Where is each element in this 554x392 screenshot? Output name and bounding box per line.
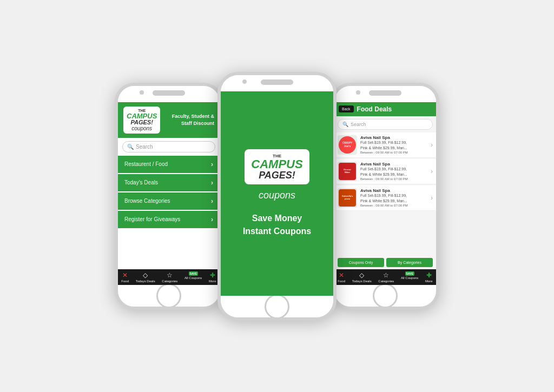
by-categories-button[interactable]: By Categories [386, 258, 433, 267]
deal-desc-3: Full Set-$19.99, Fill-$12.99,Pink & Whit… [360, 193, 427, 203]
phone-left: The CAMPUS PAGES! coupons Faculty, Stude… [115, 83, 223, 310]
phone-right-screen: Back Food Deals 🔍 Search CRISPYJoe's [334, 102, 436, 285]
crispy-joes-logo: CRISPYJoe's [339, 136, 356, 154]
left-logo-box: The CAMPUS PAGES! coupons [123, 107, 160, 134]
deal-name-3: Aviva Nail Spa [360, 188, 427, 193]
star-icon: ☆ [383, 271, 389, 279]
deal-desc-1: Full Set-$19.99, Fill-$12.99,Pink & Whit… [360, 140, 427, 150]
right-header: Back Food Deals [334, 102, 436, 116]
coupons-only-button[interactable]: Coupons Only [338, 258, 384, 267]
right-footer-buttons: Coupons Only By Categories [334, 256, 436, 269]
left-search-placeholder: Search [136, 144, 153, 150]
back-button[interactable]: Back [339, 105, 354, 112]
center-logo-pages: PAGES! [259, 170, 295, 180]
deal-desc-2: Full Set-$19.99, Fill-$12.99,Pink & Whit… [360, 167, 427, 176]
logo-pages: PAGES! [130, 119, 153, 125]
nav-todays-deals[interactable]: ◇ Todays Deals [136, 271, 155, 283]
deal-logo-3: Gabriella'spizza [338, 188, 357, 208]
phone-right-bottom [334, 285, 436, 307]
phone-left-screen: The CAMPUS PAGES! coupons Faculty, Stude… [118, 102, 220, 285]
logo-campus: CAMPUS [127, 112, 157, 119]
right-nav-categories[interactable]: ☆ Categories [378, 271, 394, 283]
phone-center-top [221, 75, 333, 91]
logo-coupons: coupons [131, 125, 152, 131]
right-search-placeholder: Search [351, 122, 366, 127]
save-icon: SAVE [189, 271, 198, 276]
right-nav-more[interactable]: ✚ More [425, 271, 433, 283]
plus-icon: ✚ [210, 271, 215, 279]
phone-left-top [118, 86, 220, 102]
deal-chevron-3: › [431, 194, 433, 202]
nav-categories[interactable]: ☆ Categories [162, 271, 177, 283]
deals-list: CRISPYJoe's Aviva Nail Spa Full Set-$19.… [334, 132, 436, 256]
deal-info-2: Aviva Nail Spa Full Set-$19.99, Fill-$12… [360, 162, 427, 180]
deal-hours-2: Between : 09:00 AM to 07:00 PM [360, 177, 427, 181]
plus-icon: ✚ [426, 271, 432, 279]
deal-logo-1: CRISPYJoe's [338, 135, 357, 155]
center-tagline: Save Money Instant Coupons [243, 212, 311, 238]
menu-item-register[interactable]: Register for Giveaways › [118, 211, 220, 228]
left-bottom-nav: ✕ Food ◇ Todays Deals ☆ Categories SAVE … [118, 269, 220, 285]
deal-chevron-1: › [431, 141, 433, 149]
deal-logo-2: KirmiziBiber [338, 162, 357, 181]
left-header: The CAMPUS PAGES! coupons Faculty, Stude… [118, 102, 220, 138]
chevron-icon: › [211, 161, 213, 168]
nav-more[interactable]: ✚ More [209, 271, 216, 283]
deal-item-1[interactable]: CRISPYJoe's Aviva Nail Spa Full Set-$19.… [334, 132, 436, 158]
menu-items: Restaurent / Food › Today's Deals › Brow… [118, 156, 220, 269]
search-icon: 🔍 [342, 122, 348, 127]
deal-info-3: Aviva Nail Spa Full Set-$19.99, Fill-$12… [360, 188, 427, 207]
phone-right: Back Food Deals 🔍 Search CRISPYJoe's [331, 83, 439, 310]
phone-right-top [334, 86, 436, 102]
save-icon: SAVE [405, 271, 414, 276]
left-search-bar[interactable]: 🔍 Search [122, 141, 215, 152]
deal-name-2: Aviva Nail Spa [360, 162, 427, 167]
center-logo-box: The CAMPUS PAGES! [245, 149, 309, 184]
right-nav-food[interactable]: ✕ Food [338, 271, 345, 283]
chevron-icon: › [211, 179, 213, 187]
kirmizi-biber-logo: KirmiziBiber [339, 163, 356, 180]
food-icon: ✕ [122, 271, 128, 279]
gabriellas-logo: Gabriella'spizza [339, 189, 356, 207]
deals-icon: ◇ [359, 271, 364, 279]
menu-item-food[interactable]: Restaurent / Food › [118, 156, 220, 173]
phone-center-screen: The CAMPUS PAGES! coupons Save Money Ins… [221, 91, 333, 296]
deal-item-2[interactable]: KirmiziBiber Aviva Nail Spa Full Set-$19… [334, 159, 436, 184]
center-coupons: coupons [259, 190, 295, 201]
phone-center: The CAMPUS PAGES! coupons Save Money Ins… [217, 72, 337, 321]
phone-center-bottom [221, 296, 333, 317]
search-icon: 🔍 [127, 144, 134, 150]
phone-left-bottom [118, 285, 220, 307]
right-bottom-nav: ✕ Food ◇ Todays Deals ☆ Categories SAVE … [334, 269, 436, 285]
header-tagline: Faculty, Student &Staff Discount [172, 113, 214, 127]
right-nav-todays-deals[interactable]: ◇ Todays Deals [352, 271, 372, 283]
star-icon: ☆ [167, 271, 173, 279]
chevron-icon: › [211, 197, 213, 205]
deal-hours-3: Between : 09:00 AM to 07:00 PM [360, 204, 427, 207]
menu-item-browse-categories[interactable]: Browse Categories › [118, 192, 220, 210]
deal-name-1: Aviva Nail Spa [360, 135, 427, 140]
food-icon: ✕ [339, 271, 344, 279]
deal-info-1: Aviva Nail Spa Full Set-$19.99, Fill-$12… [360, 135, 427, 154]
nav-all-coupons[interactable]: SAVE All Coupons [184, 271, 202, 283]
right-nav-all-coupons[interactable]: SAVE All Coupons [401, 271, 418, 283]
right-search-bar[interactable]: 🔍 Search [338, 119, 433, 130]
menu-item-todays-deals[interactable]: Today's Deals › [118, 174, 220, 191]
phones-container: The CAMPUS PAGES! coupons Faculty, Stude… [115, 72, 439, 321]
deal-hours-1: Between : 09:00 AM to 07:00 PM [360, 151, 427, 154]
deal-item-3[interactable]: Gabriella'spizza Aviva Nail Spa Full Set… [334, 185, 436, 211]
nav-food[interactable]: ✕ Food [121, 271, 129, 283]
right-header-title: Food Deals [357, 105, 392, 113]
deals-icon: ◇ [143, 271, 148, 279]
center-logo-campus: CAMPUS [251, 158, 302, 170]
chevron-icon: › [211, 216, 213, 223]
deal-chevron-2: › [431, 168, 433, 175]
